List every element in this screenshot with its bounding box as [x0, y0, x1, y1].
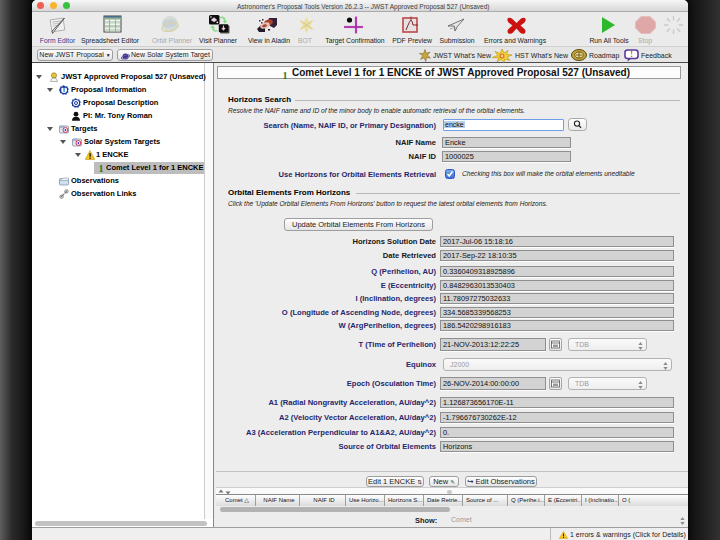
svg-text:1: 1 — [283, 70, 288, 79]
svg-text:T: T — [62, 86, 66, 93]
svg-text:1: 1 — [99, 163, 104, 173]
svg-text:!: ! — [630, 49, 633, 58]
